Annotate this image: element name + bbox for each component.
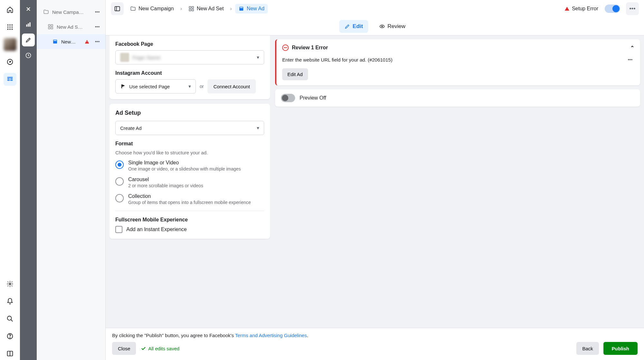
saved-status: All edits saved [140,345,179,351]
close-button[interactable]: Close [112,342,136,355]
facebook-page-select[interactable]: Page Name ▾ [115,50,264,64]
instagram-account-select[interactable]: Use selected Page ▾ [115,79,196,93]
error-panel-title: Review 1 Error [292,45,627,51]
avatar[interactable] [4,38,16,51]
footer-text-a: By clicking the "Publish" button, you ag… [112,333,235,338]
notifications-icon[interactable] [4,295,16,308]
report-icon[interactable] [4,347,16,360]
instagram-select-value: Use selected Page [129,84,170,89]
tree-adset-label: New Ad S… [57,24,90,30]
edit-ad-button[interactable]: Edit Ad [282,68,308,80]
format-collection-radio[interactable]: Collection Group of items that opens int… [115,193,264,205]
instant-experience-checkbox[interactable] [115,226,122,233]
connect-account-button[interactable]: Connect Account [207,79,255,93]
svg-point-0 [7,24,8,26]
ad-setup-mode-value: Create Ad [120,125,142,131]
apps-icon[interactable] [4,21,16,34]
help-icon[interactable] [4,330,16,343]
or-text: or [200,84,204,89]
tab-review[interactable]: Review [374,20,411,33]
svg-rect-40 [121,84,122,88]
collapse-icon[interactable]: ⌃ [630,45,634,51]
error-menu[interactable]: ••• [626,55,634,64]
ads-manager-icon[interactable] [4,73,16,86]
breadcrumb-adset[interactable]: New Ad Set [185,4,227,14]
svg-rect-30 [54,40,57,41]
error-circle-icon [282,44,289,51]
preview-label: Preview Off [300,95,326,101]
format-description: Choose how you'd like to structure your … [115,150,264,155]
ad-active-toggle[interactable] [605,5,620,13]
svg-point-8 [11,29,13,30]
tree-ad-menu[interactable]: ••• [93,37,101,46]
dashboard-icon[interactable] [4,55,16,68]
tree-adset-menu[interactable]: ••• [93,23,101,31]
format-carousel-label: Carousel [128,177,203,182]
footer-text-b: . [307,333,308,338]
format-single-image-radio[interactable]: Single Image or Video One image or video… [115,160,264,171]
breadcrumb: New Campaign › New Ad Set › New Ad [127,4,562,14]
svg-point-7 [9,29,11,30]
preview-toggle[interactable] [281,94,295,102]
svg-point-5 [11,26,13,28]
svg-point-17 [7,316,11,320]
svg-rect-23 [29,22,30,26]
settings-icon[interactable] [4,277,16,290]
svg-point-16 [9,283,11,285]
format-single-desc: One image or video, or a slideshow with … [128,166,241,171]
preview-card: Preview Off [275,89,640,107]
format-single-label: Single Image or Video [128,160,241,166]
breadcrumb-campaign[interactable]: New Campaign [127,4,177,14]
panel-toggle-button[interactable] [111,2,124,15]
svg-point-1 [9,24,11,26]
page-thumbnail [120,53,129,62]
instant-experience-label: Add an Instant Experience [126,227,187,232]
tab-edit-label: Edit [353,23,363,30]
format-collection-label: Collection [128,193,251,199]
svg-point-19 [10,337,10,338]
search-icon[interactable] [4,312,16,325]
format-collection-desc: Group of items that opens into a fullscr… [128,200,251,205]
radio-icon [115,177,124,186]
svg-rect-34 [189,9,191,11]
facebook-page-label: Facebook Page [115,41,264,47]
svg-rect-32 [189,6,191,8]
setup-error-label: Setup Error [572,6,598,12]
breadcrumb-campaign-label: New Campaign [139,6,174,12]
tree-campaign[interactable]: New Campa… ••• [37,5,105,19]
svg-rect-25 [48,24,50,26]
svg-rect-12 [7,78,9,79]
setup-error-status: Setup Error [565,6,598,12]
tab-edit[interactable]: Edit [339,20,368,33]
caret-down-icon: ▾ [257,125,259,131]
svg-rect-31 [115,6,120,11]
svg-rect-26 [51,24,53,26]
chart-tab[interactable] [22,18,35,31]
edit-tab[interactable] [22,34,35,46]
breadcrumb-ad[interactable]: New Ad [235,4,268,14]
format-carousel-desc: 2 or more scrollable images or videos [128,183,203,188]
svg-point-39 [381,25,383,27]
svg-point-2 [11,24,13,26]
back-button[interactable]: Back [576,342,599,355]
tree-ad[interactable]: New… ••• [37,34,105,49]
terms-link[interactable]: Terms and Advertising Guidelines [235,333,307,338]
history-tab[interactable] [22,49,35,62]
format-carousel-radio[interactable]: Carousel 2 or more scrollable images or … [115,177,264,188]
publish-button[interactable]: Publish [603,342,638,355]
svg-point-4 [9,26,11,28]
more-menu-button[interactable]: ••• [626,2,639,15]
saved-label: All edits saved [148,346,179,351]
footer-terms-text: By clicking the "Publish" button, you ag… [112,333,638,338]
svg-point-6 [7,29,8,30]
ad-setup-title: Ad Setup [115,110,264,116]
tree-ad-label: New… [61,39,81,44]
format-label: Format [115,141,264,147]
ad-setup-mode-select[interactable]: Create Ad ▾ [115,121,264,135]
svg-rect-15 [10,80,12,81]
close-panel-button[interactable] [22,3,35,15]
tree-adset[interactable]: New Ad S… ••• [37,19,105,34]
home-icon[interactable] [4,3,16,16]
tree-campaign-menu[interactable]: ••• [93,8,101,16]
fullscreen-label: Fullscreen Mobile Experience [115,217,264,223]
